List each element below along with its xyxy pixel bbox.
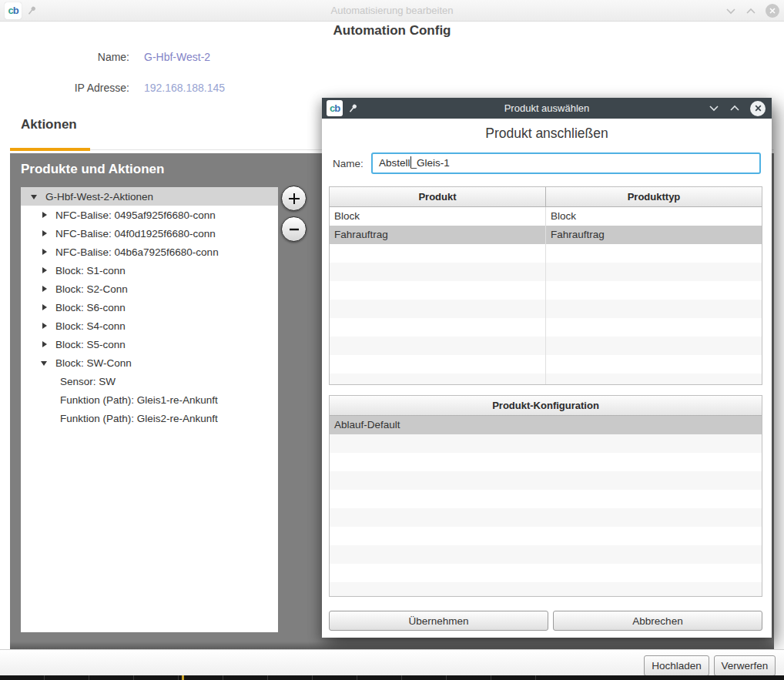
- tree-item-label: Funktion (Path): Gleis1-re-Ankunft: [60, 394, 218, 406]
- tree-item[interactable]: Block: SW-Conn: [21, 353, 278, 372]
- chevron-up-icon: [745, 8, 756, 15]
- taskbar-indicator: [182, 675, 184, 680]
- empty-table-row: [330, 373, 762, 385]
- tree-item-label: Block: S2-Conn: [55, 283, 128, 295]
- automation-name-value[interactable]: G-Hbf-West-2: [144, 49, 210, 65]
- expand-arrow-icon[interactable]: [41, 341, 48, 348]
- table-cell: Fahrauftrag: [330, 226, 546, 244]
- ip-address-value[interactable]: 192.168.188.145: [144, 80, 225, 95]
- expand-arrow-icon[interactable]: [41, 267, 48, 274]
- window-title: Automatisierung bearbeiten: [0, 0, 784, 22]
- tree-item-label: Block: S6-conn: [55, 302, 126, 313]
- empty-table-row: [330, 434, 762, 453]
- tree-item[interactable]: Funktion (Path): Gleis2-re-Ankunft: [21, 409, 278, 427]
- table-cell: Fahrauftrag: [546, 226, 762, 244]
- empty-table-row: [330, 355, 762, 373]
- expand-arrow-icon[interactable]: [41, 286, 48, 293]
- close-button[interactable]: [766, 4, 779, 18]
- config-table-body: Ablauf-Default: [330, 416, 762, 597]
- apply-button[interactable]: Übernehmen: [329, 611, 548, 631]
- tree-item-label: NFC-Balise: 0495af925f6680-conn: [55, 209, 216, 221]
- tree-item[interactable]: G-Hbf-West-2-Aktionen: [21, 187, 278, 206]
- empty-table-row: [330, 244, 762, 263]
- empty-table-row: [330, 337, 762, 355]
- text-caret: [410, 156, 411, 168]
- tree-item[interactable]: Block: S1-conn: [21, 261, 278, 280]
- minimize-button[interactable]: [725, 8, 736, 15]
- empty-table-row: [330, 263, 762, 281]
- empty-table-row: [330, 527, 762, 545]
- empty-table-row: [330, 545, 762, 564]
- tree-item[interactable]: Funktion (Path): Gleis1-re-Ankunft: [21, 390, 278, 409]
- taskbar[interactable]: [0, 675, 784, 680]
- tree-item[interactable]: NFC-Balise: 04f0d1925f6680-conn: [21, 224, 278, 243]
- empty-table-row: [330, 564, 762, 582]
- tree-item[interactable]: Block: S2-Conn: [21, 280, 278, 298]
- empty-table-row: [330, 453, 762, 471]
- config-table-header[interactable]: Produkt-Konfiguration: [330, 396, 762, 416]
- empty-table-row: [330, 490, 762, 508]
- table-row[interactable]: Ablauf-Default: [330, 416, 762, 434]
- tree-item[interactable]: Block: S4-conn: [21, 317, 278, 335]
- close-icon: [750, 101, 766, 116]
- expand-arrow-icon[interactable]: [41, 249, 48, 256]
- column-header-konfiguration[interactable]: Produkt-Konfiguration: [330, 396, 762, 415]
- main-window-titlebar[interactable]: cb Automatisierung bearbeiten: [0, 0, 784, 22]
- tree-item[interactable]: Sensor: SW: [21, 372, 278, 390]
- column-header-produkt[interactable]: Produkt: [330, 187, 546, 206]
- table-cell: Block: [330, 207, 546, 226]
- expand-arrow-icon[interactable]: [41, 212, 48, 219]
- tree-item-label: Block: S5-conn: [55, 339, 126, 350]
- expand-arrow-icon[interactable]: [41, 323, 48, 330]
- upload-button[interactable]: Hochladen: [644, 655, 709, 676]
- tree-item[interactable]: Block: S6-conn: [21, 298, 278, 317]
- chevron-down-icon: [725, 8, 736, 15]
- tree-item-label: NFC-Balise: 04b6a7925f6680-conn: [55, 246, 219, 258]
- expand-arrow-icon[interactable]: [41, 230, 48, 237]
- collapse-arrow-icon[interactable]: [41, 360, 48, 367]
- tab-aktionen[interactable]: Aktionen: [21, 117, 77, 132]
- expand-arrow-icon[interactable]: [41, 304, 48, 311]
- dialog-minimize-button[interactable]: [709, 105, 719, 112]
- add-button[interactable]: [281, 186, 307, 211]
- empty-table-row: [330, 508, 762, 527]
- dialog-close-button[interactable]: [750, 101, 766, 116]
- table-row[interactable]: FahrauftragFahrauftrag: [330, 226, 762, 244]
- name-label: Name:: [333, 158, 364, 169]
- cancel-button[interactable]: Abbrechen: [553, 611, 762, 631]
- tree-item-label: G-Hbf-West-2-Aktionen: [45, 191, 153, 203]
- product-table[interactable]: Produkt Produkttyp BlockBlockFahrauftrag…: [329, 186, 762, 385]
- tree-item-label: Block: S1-conn: [55, 265, 126, 276]
- tree-item[interactable]: NFC-Balise: 04b6a7925f6680-conn: [21, 243, 278, 261]
- discard-button[interactable]: Verwerfen: [714, 655, 776, 676]
- product-configuration-table[interactable]: Produkt-Konfiguration Ablauf-Default: [329, 395, 762, 597]
- dialog-title: Produkt auswählen: [322, 98, 772, 119]
- collapse-arrow-icon[interactable]: [31, 193, 38, 200]
- remove-button[interactable]: [281, 216, 307, 242]
- column-header-produkttyp[interactable]: Produkttyp: [546, 187, 762, 206]
- tree-item-label: Block: SW-Conn: [55, 357, 132, 369]
- product-name-input[interactable]: Abstell_Gleis-1: [371, 152, 761, 174]
- ip-address-label: IP Adresse:: [0, 80, 129, 95]
- minus-icon: [287, 223, 301, 236]
- dialog-maximize-button[interactable]: [729, 105, 740, 112]
- tree-item-label: Block: S4-conn: [55, 320, 126, 332]
- chevron-up-icon: [729, 105, 740, 112]
- product-actions-tree[interactable]: G-Hbf-West-2-AktionenNFC-Balise: 0495af9…: [21, 187, 278, 632]
- empty-table-row: [330, 300, 762, 318]
- tree-item-label: Funktion (Path): Gleis2-re-Ankunft: [60, 413, 218, 424]
- empty-table-row: [330, 471, 762, 490]
- product-table-body: BlockBlockFahrauftragFahrauftrag: [330, 207, 762, 385]
- dialog-titlebar[interactable]: cb Produkt auswählen: [322, 98, 772, 119]
- table-row[interactable]: BlockBlock: [330, 207, 762, 226]
- tree-item[interactable]: NFC-Balise: 0495af925f6680-conn: [21, 206, 278, 224]
- active-tab-indicator: [10, 148, 90, 151]
- tree-item[interactable]: Block: S5-conn: [21, 335, 278, 353]
- empty-table-row: [330, 582, 762, 597]
- table-cell: Ablauf-Default: [330, 416, 762, 434]
- name-label: Name:: [0, 49, 129, 65]
- product-table-header[interactable]: Produkt Produkttyp: [330, 187, 762, 207]
- maximize-button[interactable]: [745, 8, 756, 15]
- panel-title: Produkte und Aktionen: [21, 162, 164, 177]
- empty-table-row: [330, 318, 762, 337]
